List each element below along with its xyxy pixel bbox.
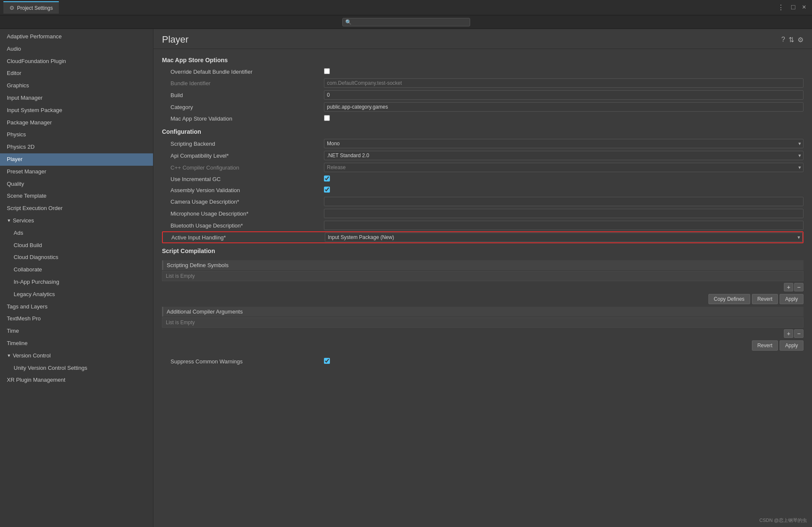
sidebar-item-legacy-analytics[interactable]: Legacy Analytics [0, 288, 153, 301]
sidebar-item-cloud-diagnostics[interactable]: Cloud Diagnostics [0, 251, 153, 264]
scripting-define-add-btn[interactable]: + [784, 283, 793, 291]
microphone-usage-input[interactable] [324, 209, 803, 218]
sidebar-item-time[interactable]: Time [0, 325, 153, 337]
build-value [324, 90, 803, 100]
configuration-header: Configuration [162, 124, 803, 138]
sidebar: Adaptive Performance Audio CloudFoundati… [0, 29, 153, 527]
incremental-gc-label: Use Incremental GC [162, 176, 324, 182]
search-input[interactable] [353, 19, 467, 25]
sidebar-item-ads[interactable]: Ads [0, 227, 153, 239]
sidebar-item-script-execution[interactable]: Script Execution Order [0, 202, 153, 215]
sidebar-item-cloudfoundation[interactable]: CloudFoundation Plugin [0, 55, 153, 68]
additional-compiler-apply-btn[interactable]: Apply [780, 340, 803, 351]
additional-compiler-remove-btn[interactable]: − [794, 329, 803, 338]
maximize-icon[interactable]: □ [789, 3, 798, 12]
sidebar-item-audio[interactable]: Audio [0, 43, 153, 55]
bluetooth-usage-value [324, 221, 803, 230]
active-input-label: Active Input Handling* [163, 234, 325, 241]
title-tab[interactable]: ⚙ Project Settings [3, 1, 59, 14]
assembly-version-row: Assembly Version Validation [162, 184, 803, 196]
header-icons: ? ⇅ ⚙ [781, 36, 803, 44]
close-icon[interactable]: × [800, 3, 809, 12]
triangle-icon: ▼ [7, 217, 11, 224]
scripting-define-apply-btn[interactable]: Apply [780, 294, 803, 304]
sidebar-item-textmesh[interactable]: TextMesh Pro [0, 313, 153, 325]
scripting-define-revert-btn[interactable]: Revert [752, 294, 778, 304]
cpp-compiler-value: Release Debug ▾ [324, 163, 803, 172]
api-compatibility-row: Api Compatibility Level* .NET Standard 2… [162, 150, 803, 161]
microphone-usage-label: Microphone Usage Description* [162, 210, 324, 217]
sidebar-item-physics2d[interactable]: Physics 2D [0, 141, 153, 153]
cpp-compiler-row: C++ Compiler Configuration Release Debug… [162, 161, 803, 173]
suppress-warnings-label: Suppress Common Warnings [162, 358, 324, 365]
additional-compiler-add-btn[interactable]: + [784, 329, 793, 338]
sidebar-item-input-manager[interactable]: Input Manager [0, 92, 153, 104]
layout-icon[interactable]: ⇅ [789, 36, 794, 44]
camera-usage-row: Camera Usage Description* [162, 196, 803, 207]
camera-usage-value [324, 197, 803, 206]
incremental-gc-checkbox[interactable] [324, 176, 330, 181]
assembly-version-label: Assembly Version Validation [162, 187, 324, 193]
sidebar-item-adaptive-performance[interactable]: Adaptive Performance [0, 31, 153, 43]
sidebar-item-xr-plugin[interactable]: XR Plugin Management [0, 374, 153, 386]
camera-usage-label: Camera Usage Description* [162, 199, 324, 205]
script-compilation-section: Scripting Define Symbols List is Empty +… [162, 260, 803, 367]
mac-validation-row: Mac App Store Validation [162, 113, 803, 124]
sidebar-item-timeline[interactable]: Timeline [0, 337, 153, 350]
help-icon[interactable]: ? [781, 36, 785, 43]
build-row: Build [162, 89, 803, 101]
suppress-warnings-checkbox[interactable] [324, 358, 330, 364]
sidebar-item-quality[interactable]: Quality [0, 178, 153, 190]
active-input-dropdown-wrapper: Input System Package (New) Input Manager… [325, 233, 803, 242]
search-wrapper: 🔍 [342, 18, 470, 26]
content-header: Player ? ⇅ ⚙ [153, 29, 812, 49]
sidebar-item-version-control[interactable]: ▼ Version Control [0, 350, 153, 362]
additional-compiler-revert-btn[interactable]: Revert [752, 340, 778, 351]
scripting-define-label: Scripting Define Symbols [162, 260, 803, 270]
bluetooth-usage-input[interactable] [324, 221, 803, 230]
category-input[interactable] [324, 102, 803, 112]
bluetooth-usage-label: Bluetooth Usage Description* [162, 222, 324, 229]
sidebar-item-unity-version-control[interactable]: Unity Version Control Settings [0, 362, 153, 374]
settings-icon[interactable]: ⚙ [798, 36, 803, 44]
sidebar-item-preset-manager[interactable]: Preset Manager [0, 166, 153, 178]
search-bar: 🔍 [0, 15, 812, 29]
scripting-define-remove-btn[interactable]: − [794, 283, 803, 291]
version-control-label: Version Control [13, 351, 51, 360]
camera-usage-input[interactable] [324, 197, 803, 206]
sidebar-item-input-system[interactable]: Input System Package [0, 104, 153, 117]
sidebar-item-editor[interactable]: Editor [0, 67, 153, 80]
bundle-id-input[interactable] [324, 78, 803, 88]
sidebar-item-scene-template[interactable]: Scene Template [0, 190, 153, 202]
additional-compiler-action-row: Revert Apply [162, 339, 803, 352]
title-controls: ⋮ □ × [775, 3, 809, 12]
title-bar: ⚙ Project Settings ⋮ □ × [0, 0, 812, 15]
sidebar-item-package-manager[interactable]: Package Manager [0, 117, 153, 129]
cpp-compiler-dropdown[interactable]: Release Debug [324, 163, 803, 172]
scripting-backend-label: Scripting Backend [162, 141, 324, 147]
sidebar-item-collaborate[interactable]: Collaborate [0, 264, 153, 276]
api-compat-dropdown[interactable]: .NET Standard 2.0 .NET 4.x [324, 151, 803, 160]
sidebar-item-player[interactable]: Player [0, 153, 153, 166]
build-label: Build [162, 92, 324, 98]
scripting-backend-dropdown[interactable]: Mono IL2CPP [324, 139, 803, 148]
sidebar-item-cloud-build[interactable]: Cloud Build [0, 239, 153, 252]
sidebar-item-inapp-purchasing[interactable]: In-App Purchasing [0, 276, 153, 288]
build-input[interactable] [324, 90, 803, 100]
mac-validation-checkbox[interactable] [324, 115, 330, 121]
more-icon[interactable]: ⋮ [775, 3, 787, 12]
active-input-dropdown[interactable]: Input System Package (New) Input Manager… [325, 233, 803, 242]
incremental-gc-row: Use Incremental GC [162, 173, 803, 184]
incremental-gc-value [324, 176, 803, 183]
category-value [324, 102, 803, 112]
scripting-backend-value: Mono IL2CPP ▾ [324, 139, 803, 148]
sidebar-item-tags-layers[interactable]: Tags and Layers [0, 301, 153, 313]
sidebar-item-graphics[interactable]: Graphics [0, 80, 153, 92]
sidebar-item-physics[interactable]: Physics [0, 129, 153, 141]
sidebar-item-services[interactable]: ▼ Services [0, 215, 153, 227]
copy-defines-button[interactable]: Copy Defines [708, 294, 750, 304]
override-bundle-checkbox[interactable] [324, 68, 330, 74]
scripting-define-pm-row: + − [162, 282, 803, 292]
assembly-version-checkbox[interactable] [324, 187, 330, 193]
tab-label: Project Settings [17, 5, 53, 11]
